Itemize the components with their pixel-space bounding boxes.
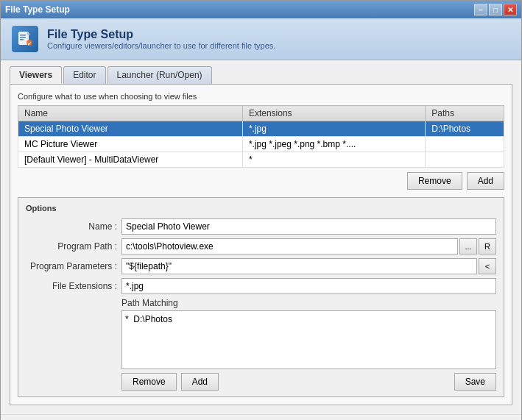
table-remove-button[interactable]: Remove bbox=[407, 172, 462, 190]
table-description: Configure what to use when choosing to v… bbox=[18, 92, 504, 101]
footer: Need Help ? Reset Close bbox=[1, 414, 521, 420]
tab-editor[interactable]: Editor bbox=[63, 66, 105, 84]
options-title: Options bbox=[26, 204, 496, 213]
file-extensions-input[interactable] bbox=[121, 278, 496, 294]
path-matching-textarea[interactable]: * D:\Photos bbox=[121, 310, 496, 369]
viewer-table: Name Extensions Paths Special Photo View… bbox=[18, 105, 504, 168]
program-path-input-group: ... R bbox=[121, 238, 496, 255]
options-inner: Name : Program Path : ... R bbox=[26, 218, 496, 391]
program-params-row: Program Parameters : < bbox=[26, 258, 496, 274]
refresh-button[interactable]: R bbox=[479, 238, 496, 255]
table-add-button[interactable]: Add bbox=[467, 172, 504, 190]
name-label: Name : bbox=[26, 221, 121, 232]
window-title: File Type Setup bbox=[5, 4, 70, 15]
svg-text:✔: ✔ bbox=[27, 41, 32, 46]
row-name: [Default Viewer] - MultiDataViewer bbox=[18, 152, 243, 168]
path-buttons-row: Remove Add Save bbox=[26, 373, 496, 391]
table-row[interactable]: [Default Viewer] - MultiDataViewer * bbox=[18, 152, 504, 168]
path-matching-label: Path Matching bbox=[121, 298, 496, 308]
header-title: File Type Setup bbox=[47, 28, 275, 41]
table-buttons: Remove Add bbox=[18, 172, 504, 190]
close-title-button[interactable]: ✕ bbox=[504, 4, 517, 15]
table-row[interactable]: Special Photo Viewer *.jpg D:\Photos bbox=[18, 121, 504, 137]
tabs-container: Viewers Editor Launcher (Run/Open) bbox=[10, 66, 512, 84]
program-path-label: Program Path : bbox=[26, 241, 121, 252]
path-textarea-row: * D:\Photos bbox=[26, 310, 496, 369]
svg-rect-3 bbox=[20, 39, 24, 40]
program-params-label: Program Parameters : bbox=[26, 261, 121, 271]
content-area: Viewers Editor Launcher (Run/Open) Confi… bbox=[1, 60, 521, 414]
row-paths: D:\Photos bbox=[426, 121, 504, 137]
program-path-input[interactable] bbox=[121, 238, 458, 255]
path-add-button[interactable]: Add bbox=[181, 373, 219, 391]
svg-rect-1 bbox=[20, 35, 26, 36]
svg-rect-2 bbox=[20, 37, 26, 38]
row-paths bbox=[426, 137, 504, 152]
header-icon: ✔ bbox=[12, 26, 38, 52]
table-row[interactable]: MC Picture Viewer *.jpg *.jpeg *.png *.b… bbox=[18, 137, 504, 152]
row-extensions: *.jpg *.jpeg *.png *.bmp *.... bbox=[242, 137, 425, 152]
path-buttons-left: Remove Add bbox=[121, 373, 219, 391]
row-name: Special Photo Viewer bbox=[18, 121, 243, 137]
program-params-input[interactable] bbox=[121, 258, 477, 274]
row-name: MC Picture Viewer bbox=[18, 137, 243, 152]
tab-launcher[interactable]: Launcher (Run/Open) bbox=[107, 66, 212, 84]
file-extensions-label: File Extensions : bbox=[26, 281, 121, 291]
tab-panel-viewers: Configure what to use when choosing to v… bbox=[10, 84, 512, 405]
file-extensions-row: File Extensions : bbox=[26, 278, 496, 294]
title-bar-buttons: – □ ✕ bbox=[474, 4, 517, 15]
tab-viewers[interactable]: Viewers bbox=[10, 66, 62, 84]
header-text: File Type Setup Configure viewers/editor… bbox=[47, 28, 275, 50]
title-bar: File Type Setup – □ ✕ bbox=[1, 1, 521, 18]
path-remove-button[interactable]: Remove bbox=[121, 373, 177, 391]
main-window: File Type Setup – □ ✕ ✔ File Type Setup … bbox=[0, 0, 522, 420]
options-box: Options Name : Program Path : ... R bbox=[18, 197, 504, 397]
header-subtitle: Configure viewers/editors/launcher to us… bbox=[47, 41, 275, 50]
row-extensions: * bbox=[242, 152, 425, 168]
program-path-row: Program Path : ... R bbox=[26, 238, 496, 255]
name-row: Name : bbox=[26, 218, 496, 235]
minimize-button[interactable]: – bbox=[474, 4, 487, 15]
header-area: ✔ File Type Setup Configure viewers/edit… bbox=[1, 18, 521, 60]
col-header-paths: Paths bbox=[426, 106, 504, 121]
row-extensions: *.jpg bbox=[242, 121, 425, 137]
file-type-icon: ✔ bbox=[17, 31, 33, 47]
name-input[interactable] bbox=[121, 218, 496, 235]
row-paths bbox=[426, 152, 504, 168]
save-button[interactable]: Save bbox=[454, 373, 496, 391]
col-header-extensions: Extensions bbox=[242, 106, 425, 121]
maximize-button[interactable]: □ bbox=[489, 4, 502, 15]
browse-button[interactable]: ... bbox=[459, 238, 477, 255]
program-params-input-group: < bbox=[121, 258, 496, 274]
col-header-name: Name bbox=[18, 106, 243, 121]
arrow-button[interactable]: < bbox=[479, 258, 496, 274]
